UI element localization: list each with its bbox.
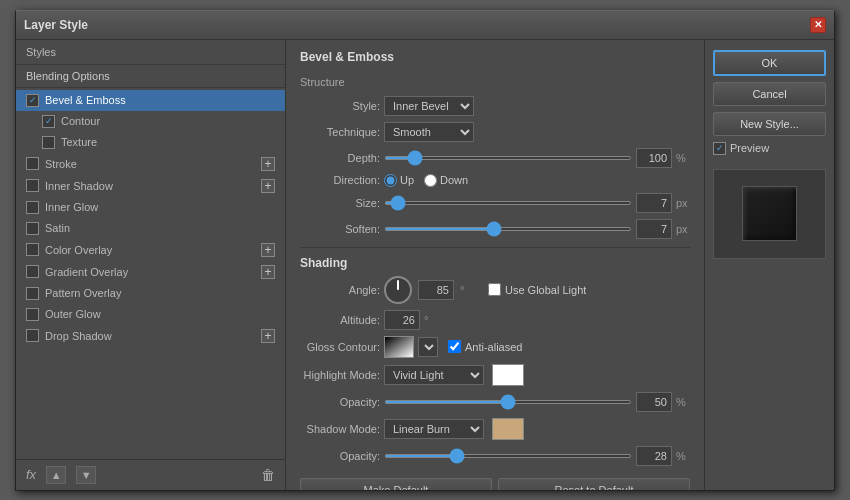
direction-row: Direction: Up Down: [300, 174, 690, 187]
direction-label: Direction:: [300, 174, 380, 186]
layer-item-texture[interactable]: Texture: [16, 132, 285, 153]
preview-label: Preview: [730, 142, 769, 154]
style-row: Style: Inner Bevel Outer Bevel Emboss Pi…: [300, 96, 690, 116]
layer-item-satin[interactable]: Satin: [16, 218, 285, 239]
highlight-color-swatch[interactable]: [492, 364, 524, 386]
altitude-unit: °: [424, 314, 438, 326]
depth-slider[interactable]: [384, 156, 632, 160]
shadow-mode-label: Shadow Mode:: [300, 423, 380, 435]
altitude-input[interactable]: [384, 310, 420, 330]
layer-item-stroke[interactable]: Stroke +: [16, 153, 285, 175]
layer-item-gradient-overlay[interactable]: Gradient Overlay +: [16, 261, 285, 283]
add-stroke-button[interactable]: +: [261, 157, 275, 171]
shadow-opacity-row: Opacity: %: [300, 446, 690, 466]
cancel-button[interactable]: Cancel: [713, 82, 826, 106]
depth-row: Depth: %: [300, 148, 690, 168]
move-down-button[interactable]: ▼: [76, 466, 96, 484]
layer-item-outer-glow[interactable]: Outer Glow: [16, 304, 285, 325]
depth-slider-container: [384, 156, 632, 160]
add-gradient-overlay-button[interactable]: +: [261, 265, 275, 279]
preview-block: [742, 186, 797, 241]
highlight-opacity-input[interactable]: [636, 392, 672, 412]
layer-item-color-overlay[interactable]: Color Overlay +: [16, 239, 285, 261]
ok-button[interactable]: OK: [713, 50, 826, 76]
gloss-contour-label: Gloss Contour:: [300, 341, 380, 353]
add-drop-shadow-button[interactable]: +: [261, 329, 275, 343]
size-slider[interactable]: [384, 201, 632, 205]
direction-up-label: Up: [400, 174, 414, 186]
style-label: Style:: [300, 100, 380, 112]
shadow-opacity-unit: %: [676, 450, 690, 462]
dialog-body: Styles Blending Options Bevel & Emboss C…: [16, 40, 834, 490]
shadow-opacity-slider[interactable]: [384, 454, 632, 458]
title-bar: Layer Style ✕: [16, 11, 834, 40]
left-panel: Styles Blending Options Bevel & Emboss C…: [16, 40, 286, 490]
highlight-mode-label: Highlight Mode:: [300, 369, 380, 381]
shadow-color-swatch[interactable]: [492, 418, 524, 440]
checkbox-stroke[interactable]: [26, 157, 39, 170]
shadow-mode-select[interactable]: Linear Burn Normal Multiply Color Burn: [384, 419, 484, 439]
angle-input[interactable]: [418, 280, 454, 300]
use-global-light-checkbox[interactable]: Use Global Light: [488, 283, 586, 296]
technique-select[interactable]: Smooth Chisel Hard Chisel Soft: [384, 122, 474, 142]
layer-item-contour[interactable]: Contour: [16, 111, 285, 132]
move-up-button[interactable]: ▲: [46, 466, 66, 484]
gloss-contour-select[interactable]: [418, 337, 438, 357]
direction-down-label: Down: [440, 174, 468, 186]
direction-up-radio[interactable]: Up: [384, 174, 414, 187]
technique-label: Technique:: [300, 126, 380, 138]
checkbox-inner-glow[interactable]: [26, 201, 39, 214]
use-global-light-label: Use Global Light: [505, 284, 586, 296]
soften-input[interactable]: [636, 219, 672, 239]
highlight-opacity-label: Opacity:: [300, 396, 380, 408]
layer-item-label: Texture: [61, 136, 97, 148]
add-inner-shadow-button[interactable]: +: [261, 179, 275, 193]
soften-unit: px: [676, 223, 690, 235]
direction-down-radio[interactable]: Down: [424, 174, 468, 187]
preview-checkbox[interactable]: [713, 142, 726, 155]
fx-label: fx: [26, 467, 36, 482]
angle-dial[interactable]: [384, 276, 412, 304]
checkbox-contour[interactable]: [42, 115, 55, 128]
soften-row: Soften: px: [300, 219, 690, 239]
layer-item-inner-shadow[interactable]: Inner Shadow +: [16, 175, 285, 197]
altitude-label: Altitude:: [300, 314, 380, 326]
checkbox-outer-glow[interactable]: [26, 308, 39, 321]
layer-item-drop-shadow[interactable]: Drop Shadow +: [16, 325, 285, 347]
size-slider-container: [384, 201, 632, 205]
add-color-overlay-button[interactable]: +: [261, 243, 275, 257]
checkbox-drop-shadow[interactable]: [26, 329, 39, 342]
checkbox-gradient-overlay[interactable]: [26, 265, 39, 278]
soften-slider[interactable]: [384, 227, 632, 231]
gloss-contour-swatch[interactable]: [384, 336, 414, 358]
highlight-opacity-slider[interactable]: [384, 400, 632, 404]
make-default-button[interactable]: Make Default: [300, 478, 492, 490]
delete-button[interactable]: 🗑: [261, 467, 275, 483]
layer-item-label: Inner Glow: [45, 201, 98, 213]
layer-item-pattern-overlay[interactable]: Pattern Overlay: [16, 283, 285, 304]
layer-item-bevel-emboss[interactable]: Bevel & Emboss: [16, 90, 285, 111]
style-select[interactable]: Inner Bevel Outer Bevel Emboss Pillow Em…: [384, 96, 474, 116]
layer-list: Bevel & Emboss Contour Texture Stroke +: [16, 88, 285, 459]
close-button[interactable]: ✕: [810, 17, 826, 33]
layer-item-label: Contour: [61, 115, 100, 127]
depth-input[interactable]: [636, 148, 672, 168]
checkbox-texture[interactable]: [42, 136, 55, 149]
bottom-buttons: Make Default Reset to Default: [300, 472, 690, 490]
angle-container: ° Use Global Light: [384, 276, 586, 304]
checkbox-color-overlay[interactable]: [26, 243, 39, 256]
checkbox-bevel-emboss[interactable]: [26, 94, 39, 107]
layer-item-inner-glow[interactable]: Inner Glow: [16, 197, 285, 218]
checkbox-satin[interactable]: [26, 222, 39, 235]
shadow-opacity-input[interactable]: [636, 446, 672, 466]
blending-options-item[interactable]: Blending Options: [16, 65, 285, 88]
reset-to-default-button[interactable]: Reset to Default: [498, 478, 690, 490]
layer-item-label: Bevel & Emboss: [45, 94, 126, 106]
checkbox-inner-shadow[interactable]: [26, 179, 39, 192]
anti-aliased-checkbox[interactable]: Anti-aliased: [448, 340, 522, 353]
new-style-button[interactable]: New Style...: [713, 112, 826, 136]
size-input[interactable]: [636, 193, 672, 213]
layer-item-label: Drop Shadow: [45, 330, 112, 342]
highlight-mode-select[interactable]: Vivid Light Normal Screen Overlay Hard L…: [384, 365, 484, 385]
checkbox-pattern-overlay[interactable]: [26, 287, 39, 300]
